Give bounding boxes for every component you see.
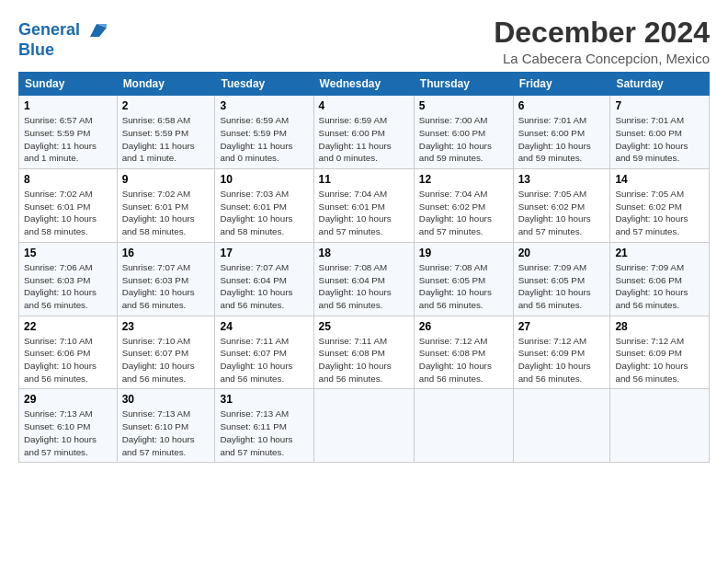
day-cell: 29Sunrise: 7:13 AMSunset: 6:10 PMDayligh… <box>19 389 118 463</box>
day-info: Sunrise: 7:13 AMSunset: 6:10 PMDaylight:… <box>122 408 210 458</box>
day-info: Sunrise: 6:59 AMSunset: 5:59 PMDaylight:… <box>220 114 308 165</box>
day-cell: 4Sunrise: 6:59 AMSunset: 6:00 PMDaylight… <box>313 96 414 169</box>
col-header-thursday: Thursday <box>414 73 513 96</box>
col-header-friday: Friday <box>513 73 610 96</box>
day-cell: 31Sunrise: 7:13 AMSunset: 6:11 PMDayligh… <box>215 389 313 463</box>
logo-text: General <box>18 20 107 40</box>
day-info: Sunrise: 7:02 AMSunset: 6:01 PMDaylight:… <box>122 188 210 238</box>
day-number: 14 <box>615 173 704 186</box>
day-cell: 9Sunrise: 7:02 AMSunset: 6:01 PMDaylight… <box>117 169 215 243</box>
day-cell: 14Sunrise: 7:05 AMSunset: 6:02 PMDayligh… <box>610 169 710 243</box>
logo: General Blue <box>18 20 107 60</box>
day-number: 6 <box>518 99 606 112</box>
day-cell: 20Sunrise: 7:09 AMSunset: 6:05 PMDayligh… <box>513 242 610 316</box>
day-info: Sunrise: 7:11 AMSunset: 6:07 PMDaylight:… <box>220 335 308 385</box>
day-cell: 28Sunrise: 7:12 AMSunset: 6:09 PMDayligh… <box>610 316 710 389</box>
header-row: SundayMondayTuesdayWednesdayThursdayFrid… <box>19 73 710 96</box>
day-cell: 30Sunrise: 7:13 AMSunset: 6:10 PMDayligh… <box>117 389 215 463</box>
day-info: Sunrise: 7:04 AMSunset: 6:02 PMDaylight:… <box>419 188 508 238</box>
day-number: 1 <box>24 99 112 112</box>
day-info: Sunrise: 7:11 AMSunset: 6:08 PMDaylight:… <box>319 335 409 385</box>
day-number: 26 <box>419 320 508 333</box>
day-cell: 21Sunrise: 7:09 AMSunset: 6:06 PMDayligh… <box>610 242 710 316</box>
day-number: 8 <box>24 173 112 186</box>
day-info: Sunrise: 7:12 AMSunset: 6:09 PMDaylight:… <box>615 335 704 385</box>
week-row-4: 22Sunrise: 7:10 AMSunset: 6:06 PMDayligh… <box>19 316 710 389</box>
day-number: 27 <box>518 320 606 333</box>
day-number: 23 <box>122 320 210 333</box>
col-header-saturday: Saturday <box>610 73 710 96</box>
day-number: 22 <box>24 320 112 333</box>
day-cell: 13Sunrise: 7:05 AMSunset: 6:02 PMDayligh… <box>513 169 610 243</box>
day-info: Sunrise: 7:10 AMSunset: 6:06 PMDaylight:… <box>24 335 112 385</box>
day-info: Sunrise: 7:08 AMSunset: 6:05 PMDaylight:… <box>419 261 508 312</box>
day-cell: 25Sunrise: 7:11 AMSunset: 6:08 PMDayligh… <box>313 316 414 389</box>
day-cell: 7Sunrise: 7:01 AMSunset: 6:00 PMDaylight… <box>610 96 710 169</box>
logo-icon <box>86 20 107 40</box>
day-info: Sunrise: 7:12 AMSunset: 6:08 PMDaylight:… <box>419 335 508 385</box>
day-cell: 1Sunrise: 6:57 AMSunset: 5:59 PMDaylight… <box>19 96 118 169</box>
day-number: 21 <box>615 247 704 259</box>
header: General Blue December 2024 La Cabecera C… <box>18 17 710 66</box>
day-number: 20 <box>518 247 606 259</box>
col-header-sunday: Sunday <box>19 73 118 96</box>
page: General Blue December 2024 La Cabecera C… <box>0 0 728 472</box>
logo-line1: General <box>18 20 80 39</box>
day-cell <box>313 389 414 463</box>
day-cell: 8Sunrise: 7:02 AMSunset: 6:01 PMDaylight… <box>19 169 118 243</box>
day-number: 15 <box>24 247 112 259</box>
day-info: Sunrise: 7:09 AMSunset: 6:06 PMDaylight:… <box>615 261 704 312</box>
day-cell <box>414 389 513 463</box>
day-cell: 12Sunrise: 7:04 AMSunset: 6:02 PMDayligh… <box>414 169 513 243</box>
day-number: 13 <box>518 173 606 186</box>
day-number: 9 <box>122 173 210 186</box>
day-info: Sunrise: 6:57 AMSunset: 5:59 PMDaylight:… <box>24 114 112 165</box>
day-cell: 10Sunrise: 7:03 AMSunset: 6:01 PMDayligh… <box>215 169 313 243</box>
day-cell: 27Sunrise: 7:12 AMSunset: 6:09 PMDayligh… <box>513 316 610 389</box>
day-cell: 2Sunrise: 6:58 AMSunset: 5:59 PMDaylight… <box>117 96 215 169</box>
day-cell: 5Sunrise: 7:00 AMSunset: 6:00 PMDaylight… <box>414 96 513 169</box>
week-row-1: 1Sunrise: 6:57 AMSunset: 5:59 PMDaylight… <box>19 96 710 169</box>
day-cell <box>610 389 710 463</box>
subtitle: La Cabecera Concepcion, Mexico <box>494 51 710 66</box>
day-info: Sunrise: 6:59 AMSunset: 6:00 PMDaylight:… <box>319 114 409 165</box>
day-cell: 16Sunrise: 7:07 AMSunset: 6:03 PMDayligh… <box>117 242 215 316</box>
day-cell: 22Sunrise: 7:10 AMSunset: 6:06 PMDayligh… <box>19 316 118 389</box>
col-header-monday: Monday <box>117 73 215 96</box>
day-number: 19 <box>419 247 508 259</box>
day-number: 4 <box>319 99 409 112</box>
week-row-2: 8Sunrise: 7:02 AMSunset: 6:01 PMDaylight… <box>19 169 710 243</box>
col-header-wednesday: Wednesday <box>313 73 414 96</box>
day-cell: 18Sunrise: 7:08 AMSunset: 6:04 PMDayligh… <box>313 242 414 316</box>
day-info: Sunrise: 7:09 AMSunset: 6:05 PMDaylight:… <box>518 261 606 312</box>
day-number: 5 <box>419 99 508 112</box>
day-info: Sunrise: 7:07 AMSunset: 6:03 PMDaylight:… <box>122 261 210 312</box>
day-number: 18 <box>319 247 409 259</box>
day-info: Sunrise: 7:13 AMSunset: 6:11 PMDaylight:… <box>220 408 308 458</box>
day-number: 10 <box>220 173 308 186</box>
day-cell: 6Sunrise: 7:01 AMSunset: 6:00 PMDaylight… <box>513 96 610 169</box>
calendar-table: SundayMondayTuesdayWednesdayThursdayFrid… <box>18 72 710 463</box>
day-info: Sunrise: 7:12 AMSunset: 6:09 PMDaylight:… <box>518 335 606 385</box>
day-info: Sunrise: 7:03 AMSunset: 6:01 PMDaylight:… <box>220 188 308 238</box>
day-cell: 23Sunrise: 7:10 AMSunset: 6:07 PMDayligh… <box>117 316 215 389</box>
day-info: Sunrise: 7:07 AMSunset: 6:04 PMDaylight:… <box>220 261 308 312</box>
calendar-body: 1Sunrise: 6:57 AMSunset: 5:59 PMDaylight… <box>19 96 710 463</box>
day-cell: 11Sunrise: 7:04 AMSunset: 6:01 PMDayligh… <box>313 169 414 243</box>
day-number: 16 <box>122 247 210 259</box>
day-number: 29 <box>24 393 112 406</box>
calendar-header: SundayMondayTuesdayWednesdayThursdayFrid… <box>19 73 710 96</box>
day-info: Sunrise: 7:01 AMSunset: 6:00 PMDaylight:… <box>518 114 606 165</box>
day-number: 25 <box>319 320 409 333</box>
day-info: Sunrise: 7:05 AMSunset: 6:02 PMDaylight:… <box>518 188 606 238</box>
day-info: Sunrise: 7:08 AMSunset: 6:04 PMDaylight:… <box>319 261 409 312</box>
col-header-tuesday: Tuesday <box>215 73 313 96</box>
day-cell: 17Sunrise: 7:07 AMSunset: 6:04 PMDayligh… <box>215 242 313 316</box>
day-number: 31 <box>220 393 308 406</box>
day-number: 12 <box>419 173 508 186</box>
day-number: 28 <box>615 320 704 333</box>
title-block: December 2024 La Cabecera Concepcion, Me… <box>494 17 710 66</box>
day-info: Sunrise: 7:05 AMSunset: 6:02 PMDaylight:… <box>615 188 704 238</box>
day-cell <box>513 389 610 463</box>
day-info: Sunrise: 7:02 AMSunset: 6:01 PMDaylight:… <box>24 188 112 238</box>
